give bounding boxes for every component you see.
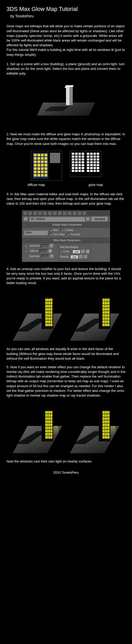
diffuse-map-button[interactable]: M xyxy=(49,249,52,253)
step-5: 5. Now if you want an even better effect… xyxy=(6,365,126,398)
shader-section-header[interactable]: Shader Basic Parameters xyxy=(22,222,110,227)
ambient-map-button[interactable] xyxy=(50,244,54,248)
material-slot-dropdown[interactable]: 03 - Default xyxy=(29,217,85,222)
ambient-color-swatch[interactable] xyxy=(41,244,49,248)
page-title: 3DS Max Glow Map Tutorial xyxy=(6,5,126,13)
intro-text: Glow maps are bitmaps that will allow yo… xyxy=(6,24,126,57)
diffuse-label: Diffuse: xyxy=(30,249,39,253)
toolbar-icon[interactable] xyxy=(68,211,72,215)
toolbar-icon[interactable] xyxy=(77,211,82,215)
closing-text: Now the windows cast their own light on … xyxy=(6,459,126,464)
spinner-arrows-icon[interactable] xyxy=(81,250,85,253)
toolbar-icon[interactable] xyxy=(38,211,42,215)
figure-render-mentalray xyxy=(6,403,126,454)
self-illum-color-checkbox[interactable]: Color xyxy=(60,250,69,253)
toolbar-icon[interactable] xyxy=(43,211,47,215)
specular-label: Specular: xyxy=(29,254,40,258)
toolbar-icon[interactable] xyxy=(48,211,52,215)
glow-map-image xyxy=(70,151,101,177)
toolbar-icon[interactable] xyxy=(28,211,32,215)
material-type-button[interactable]: Standard xyxy=(91,217,108,222)
toolbar-icon[interactable] xyxy=(72,211,77,215)
toolbar-icon[interactable] xyxy=(63,211,67,215)
figure-maps xyxy=(6,151,126,180)
author-byline: by ToneloPeru xyxy=(10,14,126,19)
opacity-map-button[interactable] xyxy=(84,255,88,259)
toolbar-icon[interactable] xyxy=(23,211,27,215)
shader-dropdown[interactable]: Blinn xyxy=(24,230,48,235)
self-illumination-label: Self-Illumination xyxy=(60,245,90,249)
step-3: 3. In 3ds Max open material editor and l… xyxy=(6,192,126,206)
figure-render-preview xyxy=(6,290,126,342)
toolbar-icon[interactable] xyxy=(82,211,87,215)
specular-map-button[interactable] xyxy=(50,254,54,258)
two-sided-checkbox[interactable]: 2-Sided xyxy=(61,229,73,232)
footer-credit: 2010 ToneloPeru xyxy=(6,470,126,475)
eyedropper-icon[interactable] xyxy=(24,217,28,221)
step-4: 4. Add an unwrap uvw modifier to your bo… xyxy=(6,267,126,286)
material-toolbar xyxy=(22,210,110,216)
spinner-arrows-icon[interactable] xyxy=(79,255,83,259)
step-2: 2. Now we must make the diffuse and glow… xyxy=(6,132,126,146)
wire-checkbox[interactable]: Wire xyxy=(50,229,58,232)
figure-scene-setup xyxy=(6,81,126,127)
opacity-spinner[interactable]: 100 xyxy=(70,255,78,259)
face-map-checkbox[interactable]: Face Map xyxy=(50,233,64,236)
faceted-checkbox[interactable]: Faceted xyxy=(67,233,80,236)
observation-text: As you can see, all windows are equally … xyxy=(6,347,126,361)
glow-map-label: glow map xyxy=(72,183,119,187)
dropdown-arrow-icon[interactable] xyxy=(86,217,90,221)
toolbar-icon[interactable] xyxy=(53,211,57,215)
diffuse-map-image xyxy=(31,151,62,180)
toolbar-icon[interactable] xyxy=(58,211,62,215)
toolbar-icon[interactable] xyxy=(33,211,37,215)
ambient-label: Ambient: xyxy=(30,244,40,248)
self-illum-map-button[interactable]: M xyxy=(86,250,90,253)
specular-color-swatch[interactable] xyxy=(41,254,49,258)
opacity-label: Opacity: xyxy=(60,255,69,259)
material-editor-panel: 03 - Default Standard Shader Basic Param… xyxy=(22,210,110,262)
self-illum-spinner[interactable]: 100 xyxy=(72,250,80,253)
diffuse-color-swatch[interactable] xyxy=(40,249,48,253)
step-1: 1. Set up a scene with a box (building),… xyxy=(6,62,126,76)
diffuse-map-label: diffuse map xyxy=(13,183,60,187)
blinn-section-header[interactable]: Blinn Basic Parameters xyxy=(22,238,110,243)
